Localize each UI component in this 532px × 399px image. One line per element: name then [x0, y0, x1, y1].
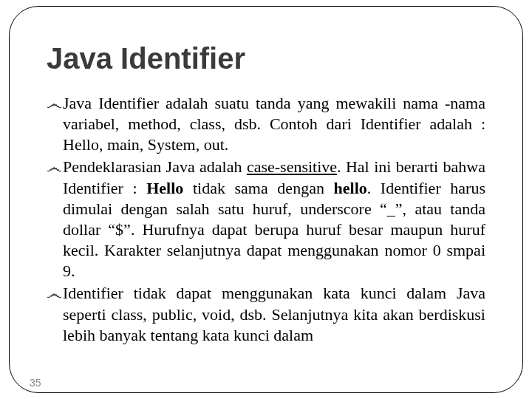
text-run: Java Identifier adalah suatu tanda yang …: [63, 94, 485, 154]
bullet-item: ෴ Identifier tidak dapat menggunakan kat…: [47, 283, 485, 345]
bullet-item: ෴ Java Identifier adalah suatu tanda yan…: [47, 93, 485, 155]
bullet-text: Pendeklarasian Java adalah case-sensitiv…: [63, 157, 485, 282]
text-run: Identifier tidak dapat menggunakan kata …: [63, 284, 485, 344]
text-run: tidak sama dengan: [183, 179, 333, 197]
slide-number: 35: [30, 377, 41, 389]
slide-frame: Java Identifier ෴ Java Identifier adalah…: [9, 6, 523, 393]
bullet-text: Identifier tidak dapat menggunakan kata …: [63, 283, 485, 345]
text-run: Pendeklarasian Java adalah: [63, 157, 247, 176]
bullet-icon: ෴: [47, 157, 63, 282]
bullet-item: ෴ Pendeklarasian Java adalah case-sensit…: [47, 157, 485, 282]
bullet-icon: ෴: [47, 93, 63, 155]
text-underline: case-sensitive: [247, 157, 337, 176]
bullet-icon: ෴: [47, 283, 63, 345]
slide-body: ෴ Java Identifier adalah suatu tanda yan…: [47, 93, 485, 346]
slide-title: Java Identifier: [47, 42, 485, 75]
slide: Java Identifier ෴ Java Identifier adalah…: [0, 0, 532, 399]
text-bold: Hello: [146, 179, 183, 197]
bullet-text: Java Identifier adalah suatu tanda yang …: [63, 93, 485, 155]
text-bold: hello: [334, 179, 367, 197]
